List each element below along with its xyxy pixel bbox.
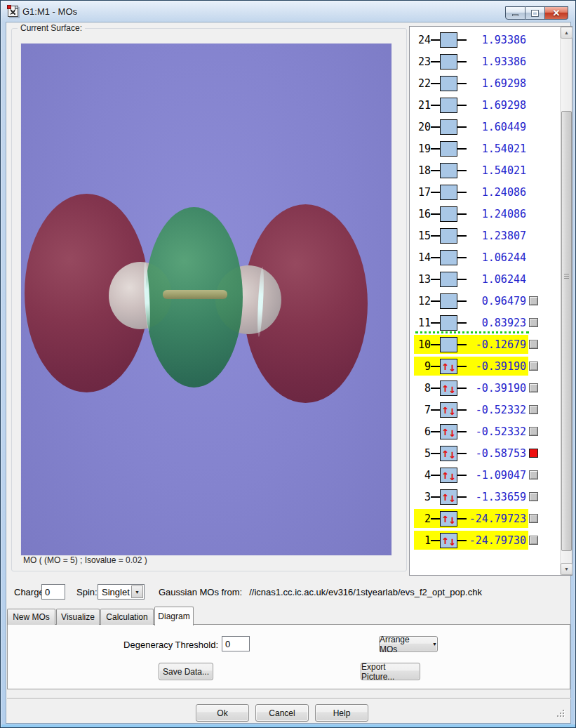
tab-calculation[interactable]: Calculation — [100, 609, 154, 625]
mo-level-row-22[interactable]: 221.69298 — [414, 72, 560, 94]
spin-down-arrow-icon: ↓ — [449, 491, 456, 505]
source-label: Gaussian MOs from: — [159, 587, 242, 597]
mo-level-box[interactable] — [440, 163, 457, 178]
export-picture-button[interactable]: Export Picture... — [361, 663, 420, 680]
mo-level-box[interactable]: ↑↓ — [440, 468, 457, 483]
mo-level-row-8[interactable]: 8↑↓-0.39190 — [414, 377, 560, 399]
surface-caption: MO ( (MO = 5) ; Isovalue = 0.02 ) — [23, 555, 147, 565]
mo-level-box[interactable]: ↑↓ — [440, 446, 457, 461]
mo-level-box[interactable]: ↑↓ — [440, 359, 457, 374]
mo-level-row-6[interactable]: 6↑↓-0.52332 — [414, 421, 560, 442]
spin-up-arrow-icon: ↑ — [442, 380, 449, 395]
mo-number: 4 — [414, 469, 431, 482]
mo-level-box[interactable] — [440, 76, 457, 91]
mo-level-box[interactable] — [440, 293, 457, 309]
degeneracy-threshold-input[interactable] — [222, 636, 250, 651]
mo-level-box[interactable] — [440, 185, 457, 200]
mo-level-box[interactable]: ↑↓ — [440, 489, 457, 505]
scrollbar-thumb[interactable] — [561, 111, 572, 551]
charge-input[interactable] — [41, 584, 65, 600]
mo-level-box[interactable] — [440, 32, 457, 48]
spin-selected-value: Singlet — [102, 587, 130, 597]
level-line-right — [457, 518, 467, 519]
mo-visible-checkbox[interactable] — [529, 405, 538, 414]
mo-level-row-13[interactable]: 131.06244 — [414, 268, 560, 290]
mo-level-row-19[interactable]: 191.54021 — [414, 138, 560, 159]
mo-level-row-3[interactable]: 3↑↓-1.33659 — [414, 486, 560, 508]
mo-visible-checkbox[interactable] — [529, 296, 538, 305]
mo-level-box[interactable] — [440, 98, 457, 113]
mo-level-row-4[interactable]: 4↑↓-1.09047 — [414, 464, 560, 486]
title-bar[interactable]: G1:M1 - MOs ✕ — [1, 1, 575, 22]
maximize-button[interactable] — [525, 6, 545, 20]
arrange-mos-button[interactable]: Arrange MOs▼ — [379, 636, 438, 652]
mo-level-row-17[interactable]: 171.24086 — [414, 181, 560, 203]
mo-level-box[interactable]: ↑↓ — [440, 533, 457, 548]
mo-level-row-9[interactable]: 9↑↓-0.39190 — [414, 355, 560, 377]
scroll-down-button[interactable]: ▼ — [561, 563, 572, 575]
help-button[interactable]: Help — [315, 704, 368, 722]
mo-visible-checkbox[interactable] — [529, 449, 538, 458]
mo-level-row-24[interactable]: 241.93386 — [414, 29, 560, 51]
mo-level-box[interactable] — [440, 272, 457, 287]
mo-visible-checkbox[interactable] — [529, 383, 538, 392]
ok-button[interactable]: Ok — [196, 704, 249, 722]
mo-level-row-15[interactable]: 151.23807 — [414, 225, 560, 246]
spin-dropdown-button[interactable]: ▼ — [131, 585, 143, 598]
mo-level-row-16[interactable]: 161.24086 — [414, 203, 560, 225]
mo-level-box[interactable] — [440, 206, 457, 222]
mo-visible-checkbox[interactable] — [529, 492, 538, 501]
minimize-button[interactable] — [505, 6, 525, 20]
mo-level-box[interactable] — [440, 119, 457, 135]
mo-level-row-14[interactable]: 141.06244 — [414, 246, 560, 268]
mo-level-row-20[interactable]: 201.60449 — [414, 116, 560, 138]
mo-level-row-5[interactable]: 5↑↓-0.58753 — [414, 442, 560, 464]
mo-level-box[interactable] — [440, 315, 457, 331]
close-button[interactable]: ✕ — [545, 6, 568, 20]
tab-new-mos[interactable]: New MOs — [7, 609, 55, 625]
tab-diagram[interactable]: Diagram — [154, 607, 194, 626]
mo-level-row-12[interactable]: 120.96479 — [414, 290, 560, 312]
mo-visible-checkbox[interactable] — [529, 427, 538, 436]
resize-grip[interactable] — [557, 710, 565, 717]
mo-level-box[interactable] — [440, 337, 457, 352]
mo-level-box[interactable] — [440, 54, 457, 70]
spin-up-arrow-icon: ↑ — [442, 402, 449, 416]
mo-level-row-18[interactable]: 181.54021 — [414, 159, 560, 181]
mo-visible-checkbox[interactable] — [529, 340, 538, 349]
mo-visible-checkbox[interactable] — [529, 470, 538, 479]
mo-level-box[interactable]: ↑↓ — [440, 424, 457, 439]
mo-row-body: 5↑↓-0.58753 — [414, 444, 528, 463]
level-line-right — [457, 344, 467, 345]
mo-level-row-21[interactable]: 211.69298 — [414, 94, 560, 116]
mo-visible-checkbox[interactable] — [529, 318, 538, 327]
scroll-up-button[interactable]: ▲ — [561, 27, 572, 39]
mo-level-box[interactable] — [440, 228, 457, 244]
cancel-button[interactable]: Cancel — [255, 704, 309, 722]
molecule-3d-viewport[interactable] — [20, 43, 392, 556]
mo-list-scrollbar[interactable]: ▲ ▼ — [560, 27, 572, 575]
mo-visible-checkbox[interactable] — [529, 514, 538, 523]
mo-level-box[interactable]: ↑↓ — [440, 511, 457, 527]
mo-level-box[interactable] — [440, 250, 457, 265]
mo-level-row-11[interactable]: 110.83923 — [414, 312, 560, 333]
level-line-left — [431, 518, 440, 519]
mo-level-row-23[interactable]: 231.93386 — [414, 51, 560, 72]
mo-energy-value: -1.09047 — [467, 469, 526, 482]
spin-down-arrow-icon: ↓ — [449, 425, 456, 439]
mo-level-row-7[interactable]: 7↑↓-0.52332 — [414, 399, 560, 421]
mo-level-box[interactable]: ↑↓ — [440, 402, 457, 418]
spin-down-arrow-icon: ↓ — [449, 512, 456, 527]
mo-visible-checkbox[interactable] — [529, 362, 538, 371]
tab-visualize[interactable]: Visualize — [56, 609, 100, 625]
spin-select[interactable]: Singlet ▼ — [98, 584, 145, 600]
mo-level-row-10[interactable]: 10-0.12679 — [414, 333, 560, 355]
mo-visible-checkbox[interactable] — [529, 536, 538, 545]
mo-level-box[interactable]: ↑↓ — [440, 380, 457, 396]
mo-level-box[interactable] — [440, 141, 457, 157]
mo-level-row-2[interactable]: 2↑↓-24.79723 — [414, 508, 560, 529]
level-line-right — [457, 213, 467, 215]
mo-level-row-1[interactable]: 1↑↓-24.79730 — [414, 529, 560, 551]
mo-number: 22 — [414, 77, 431, 90]
save-data-button[interactable]: Save Data... — [159, 663, 213, 680]
